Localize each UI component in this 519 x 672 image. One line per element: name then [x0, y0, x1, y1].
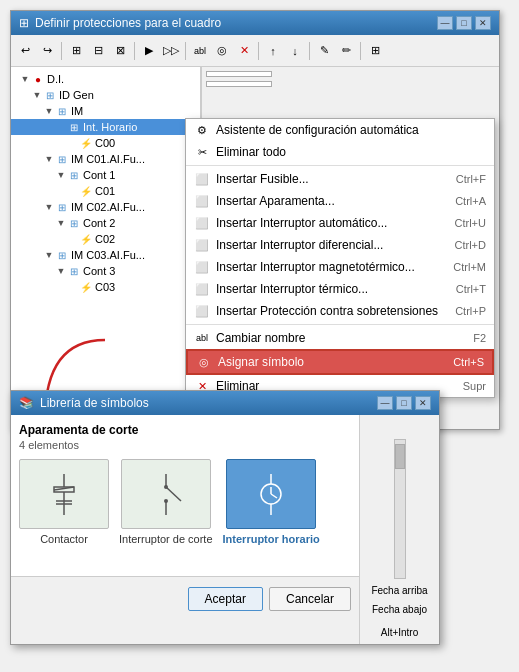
- symbol-item-interruptor-horario[interactable]: Interruptor horario: [223, 459, 320, 545]
- symbol-title-left: 📚 Librería de símbolos: [19, 396, 149, 410]
- symbol-box-interruptor-horario[interactable]: [226, 459, 316, 529]
- cancel-button[interactable]: Cancelar: [269, 587, 351, 611]
- toolbar-remove[interactable]: ⊟: [88, 41, 108, 61]
- ctx-item-aparamenta[interactable]: ⬜ Insertar Aparamenta... Ctrl+A: [186, 190, 494, 212]
- symbol-footer: Aceptar Cancelar: [11, 576, 359, 620]
- toolbar-edit[interactable]: ✎: [314, 41, 334, 61]
- toolbar-up[interactable]: ↑: [263, 41, 283, 61]
- accept-button[interactable]: Aceptar: [188, 587, 263, 611]
- tree-item-di[interactable]: ▼ ● D.I.: [11, 71, 200, 87]
- tree-expand-di[interactable]: ▼: [19, 73, 31, 85]
- ctx-shortcut-aparamenta: Ctrl+A: [455, 195, 486, 207]
- tree-item-c00[interactable]: ⚡ C00: [11, 135, 200, 151]
- toolbar-down[interactable]: ↓: [285, 41, 305, 61]
- tree-item-cont1[interactable]: ▼ ⊞ Cont 1: [11, 167, 200, 183]
- ctx-item-proteccion[interactable]: ⬜ Insertar Protección contra sobretensio…: [186, 300, 494, 322]
- tree-item-imc02[interactable]: ▼ ⊞ IM C02.AI.Fu...: [11, 199, 200, 215]
- minimize-button[interactable]: —: [437, 16, 453, 30]
- toolbar-undo[interactable]: ↩: [15, 41, 35, 61]
- tree-expand-cont1[interactable]: ▼: [55, 169, 67, 181]
- tree-item-c02[interactable]: ⚡ C02: [11, 231, 200, 247]
- tree-expand-int-horario[interactable]: [55, 121, 67, 133]
- nav-label-fecha-abajo: Fecha abajo: [364, 602, 435, 617]
- aparamenta-icon: ⬜: [194, 193, 210, 209]
- toolbar-redo[interactable]: ↪: [37, 41, 57, 61]
- close-button[interactable]: ✕: [475, 16, 491, 30]
- ctx-sep-1: [186, 165, 494, 166]
- symbol-item-interruptor-corte[interactable]: Interruptor de corte: [119, 459, 213, 545]
- symbol-minimize-button[interactable]: —: [377, 396, 393, 410]
- tree-expand-imc03[interactable]: ▼: [43, 249, 55, 261]
- nav-label-fecha-arriba: Fecha arriba: [364, 583, 435, 598]
- tree-expand-idgen[interactable]: ▼: [31, 89, 43, 101]
- tree-item-idgen[interactable]: ▼ ⊞ ID Gen: [11, 87, 200, 103]
- ctx-label-wizard: Asistente de configuración automática: [216, 123, 419, 137]
- ctx-item-interruptor-term[interactable]: ⬜ Insertar Interruptor térmico... Ctrl+T: [186, 278, 494, 300]
- context-menu: ⚙ Asistente de configuración automática …: [185, 118, 495, 398]
- right-panel-btn-2[interactable]: [206, 81, 272, 87]
- maximize-button[interactable]: □: [456, 16, 472, 30]
- tree-label-c01: C01: [95, 185, 115, 197]
- symbol-library-window: 📚 Librería de símbolos — □ ✕ Aparamenta …: [10, 390, 440, 645]
- ctx-item-wizard-left: ⚙ Asistente de configuración automática: [194, 122, 419, 138]
- tree-item-imc03[interactable]: ▼ ⊞ IM C03.AI.Fu...: [11, 247, 200, 263]
- ctx-item-aparamenta-left: ⬜ Insertar Aparamenta...: [194, 193, 335, 209]
- toolbar-circle[interactable]: ◎: [212, 41, 232, 61]
- main-title-controls: — □ ✕: [437, 16, 491, 30]
- tree-item-cont2[interactable]: ▼ ⊞ Cont 2: [11, 215, 200, 231]
- ctx-item-interruptor-mag[interactable]: ⬜ Insertar Interruptor magnetotérmico...…: [186, 256, 494, 278]
- ctx-item-delete-all[interactable]: ✂ Eliminar todo: [186, 141, 494, 163]
- right-panel-btn-1[interactable]: [206, 71, 272, 77]
- ctx-item-asignar-simbolo[interactable]: ◎ Asignar símbolo Ctrl+S: [186, 349, 494, 375]
- symbol-grid: Contactor Int: [19, 459, 351, 545]
- toolbar-fast-forward[interactable]: ▷▷: [161, 41, 181, 61]
- ctx-item-asignar-simbolo-left: ◎ Asignar símbolo: [196, 354, 304, 370]
- ctx-label-interruptor-dif: Insertar Interruptor diferencial...: [216, 238, 383, 252]
- ctx-item-cambiar-nombre[interactable]: abl Cambiar nombre F2: [186, 327, 494, 349]
- ctx-item-interruptor-auto-left: ⬜ Insertar Interruptor automático...: [194, 215, 387, 231]
- svg-line-16: [271, 494, 277, 498]
- symbol-close-button[interactable]: ✕: [415, 396, 431, 410]
- symbol-box-interruptor-corte[interactable]: [121, 459, 211, 529]
- symbol-item-contactor[interactable]: Contactor: [19, 459, 109, 545]
- tree-item-c01[interactable]: ⚡ C01: [11, 183, 200, 199]
- tree-item-im[interactable]: ▼ ⊞ IM: [11, 103, 200, 119]
- tree-item-cont3[interactable]: ▼ ⊞ Cont 3: [11, 263, 200, 279]
- symbol-title-controls: — □ ✕: [377, 396, 431, 410]
- tree-expand-c01: [67, 185, 79, 197]
- symbol-box-contactor[interactable]: [19, 459, 109, 529]
- toolbar-play[interactable]: ▶: [139, 41, 159, 61]
- tree-item-c03[interactable]: ⚡ C03: [11, 279, 200, 295]
- scroll-up-area: [364, 419, 435, 435]
- toolbar-add[interactable]: ⊞: [66, 41, 86, 61]
- toolbar-text[interactable]: abl: [190, 41, 210, 61]
- tree-expand-c03: [67, 281, 79, 293]
- tree-label-idgen: ID Gen: [59, 89, 94, 101]
- ctx-item-interruptor-dif[interactable]: ⬜ Insertar Interruptor diferencial... Ct…: [186, 234, 494, 256]
- tree-item-int-horario[interactable]: ⊞ Int. Horario: [11, 119, 200, 135]
- tree-expand-imc01[interactable]: ▼: [43, 153, 55, 165]
- tree-item-imc01[interactable]: ▼ ⊞ IM C01.AI.Fu...: [11, 151, 200, 167]
- tree-expand-cont3[interactable]: ▼: [55, 265, 67, 277]
- fusible-icon: ⬜: [194, 171, 210, 187]
- toolbar-expand[interactable]: ⊞: [365, 41, 385, 61]
- ctx-item-fusible[interactable]: ⬜ Insertar Fusible... Ctrl+F: [186, 168, 494, 190]
- tree-expand-im[interactable]: ▼: [43, 105, 55, 117]
- asignar-simbolo-icon: ◎: [196, 354, 212, 370]
- toolbar-cross[interactable]: ✕: [234, 41, 254, 61]
- scroll-thumb[interactable]: [395, 444, 405, 469]
- tree-expand-c02: [67, 233, 79, 245]
- toolbar-sep-2: [134, 42, 135, 60]
- tree-expand-imc02[interactable]: ▼: [43, 201, 55, 213]
- tree-label-c00: C00: [95, 137, 115, 149]
- symbol-count: 4 elementos: [19, 439, 351, 451]
- toolbar-sep-4: [258, 42, 259, 60]
- toolbar-grid[interactable]: ⊠: [110, 41, 130, 61]
- symbol-nav-panel: Fecha arriba Fecha abajo Alt+Intro: [359, 415, 439, 644]
- symbol-maximize-button[interactable]: □: [396, 396, 412, 410]
- interruptor-auto-icon: ⬜: [194, 215, 210, 231]
- toolbar-edit2[interactable]: ✏: [336, 41, 356, 61]
- ctx-item-interruptor-auto[interactable]: ⬜ Insertar Interruptor automático... Ctr…: [186, 212, 494, 234]
- tree-expand-cont2[interactable]: ▼: [55, 217, 67, 229]
- ctx-item-wizard[interactable]: ⚙ Asistente de configuración automática: [186, 119, 494, 141]
